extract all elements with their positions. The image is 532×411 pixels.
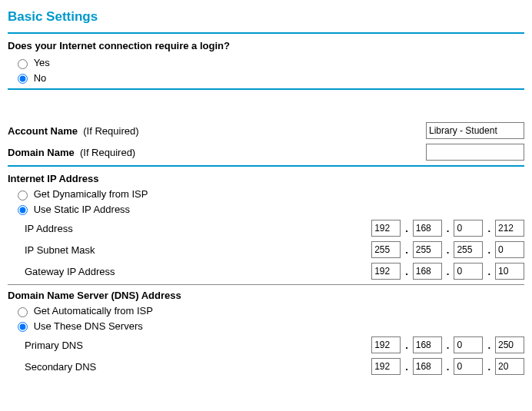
page-title: Basic Settings bbox=[8, 9, 524, 25]
secondary-dns-label: Secondary DNS bbox=[25, 361, 96, 373]
dot-icon: . bbox=[404, 244, 410, 256]
domain-name-label: Domain Name (If Required) bbox=[8, 147, 135, 158]
login-no-label: No bbox=[34, 72, 47, 84]
dot-icon: . bbox=[404, 266, 410, 277]
account-name-label: Account Name (If Required) bbox=[8, 125, 139, 137]
pdns-c-input[interactable] bbox=[454, 336, 483, 353]
ip-section-heading: Internet IP Address bbox=[8, 173, 524, 184]
sdns-a-input[interactable] bbox=[371, 358, 401, 375]
ip-static-radio[interactable] bbox=[18, 205, 28, 215]
sdns-b-input[interactable] bbox=[413, 358, 442, 375]
ip-dynamic-radio[interactable] bbox=[18, 191, 28, 201]
ip-static-label: Use Static IP Address bbox=[34, 204, 131, 215]
dns-manual-radio[interactable] bbox=[18, 322, 28, 332]
dns-section-heading: Domain Name Server (DNS) Address bbox=[8, 290, 524, 301]
pdns-a-input[interactable] bbox=[371, 336, 401, 353]
pdns-b-input[interactable] bbox=[413, 336, 442, 353]
sdns-d-input[interactable] bbox=[495, 358, 524, 375]
dot-icon: . bbox=[445, 223, 451, 234]
dot-icon: . bbox=[486, 361, 492, 373]
divider bbox=[8, 165, 524, 167]
mask-b-input[interactable] bbox=[413, 241, 442, 258]
dot-icon: . bbox=[486, 340, 492, 351]
dot-icon: . bbox=[404, 340, 410, 351]
gw-c-input[interactable] bbox=[454, 263, 483, 280]
dot-icon: . bbox=[404, 223, 410, 234]
dot-icon: . bbox=[445, 361, 451, 373]
dot-icon: . bbox=[486, 266, 492, 277]
mask-c-input[interactable] bbox=[454, 241, 483, 258]
dns-auto-radio[interactable] bbox=[18, 307, 28, 317]
dot-icon: . bbox=[445, 266, 451, 277]
dot-icon: . bbox=[445, 244, 451, 256]
dot-icon: . bbox=[445, 340, 451, 351]
ip-d-input[interactable] bbox=[495, 220, 524, 237]
domain-name-input[interactable] bbox=[426, 144, 524, 161]
login-no-radio[interactable] bbox=[18, 74, 28, 84]
gateway-label: Gateway IP Address bbox=[25, 266, 115, 277]
divider bbox=[8, 88, 524, 90]
dot-icon: . bbox=[404, 361, 410, 373]
account-name-input[interactable] bbox=[426, 122, 524, 139]
gw-d-input[interactable] bbox=[495, 263, 524, 280]
primary-dns-label: Primary DNS bbox=[25, 340, 83, 351]
divider bbox=[8, 32, 524, 34]
dns-auto-label: Get Automatically from ISP bbox=[34, 305, 153, 317]
login-yes-radio[interactable] bbox=[18, 59, 28, 69]
ip-c-input[interactable] bbox=[454, 220, 483, 237]
ip-dynamic-label: Get Dynamically from ISP bbox=[34, 188, 148, 200]
ip-address-label: IP Address bbox=[25, 223, 73, 234]
gw-b-input[interactable] bbox=[413, 263, 442, 280]
ip-a-input[interactable] bbox=[371, 220, 401, 237]
dns-manual-label: Use These DNS Servers bbox=[34, 320, 143, 332]
subnet-mask-label: IP Subnet Mask bbox=[25, 244, 95, 256]
login-yes-label: Yes bbox=[34, 57, 50, 68]
sdns-c-input[interactable] bbox=[454, 358, 483, 375]
ip-b-input[interactable] bbox=[413, 220, 442, 237]
mask-d-input[interactable] bbox=[495, 241, 524, 258]
pdns-d-input[interactable] bbox=[495, 336, 524, 353]
dot-icon: . bbox=[486, 244, 492, 256]
gw-a-input[interactable] bbox=[371, 263, 401, 280]
mask-a-input[interactable] bbox=[371, 241, 401, 258]
login-question: Does your Internet connection require a … bbox=[8, 40, 524, 51]
divider bbox=[8, 284, 524, 285]
dot-icon: . bbox=[486, 223, 492, 234]
